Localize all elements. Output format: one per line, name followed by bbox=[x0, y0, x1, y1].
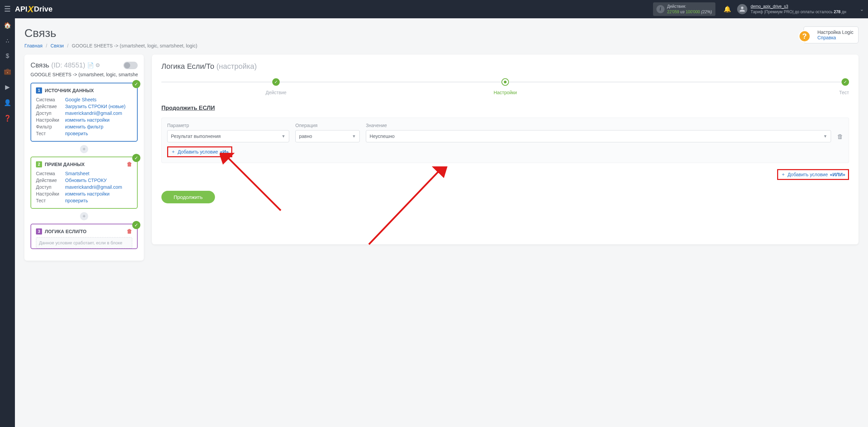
nav-help-icon[interactable]: ❓ bbox=[4, 115, 11, 122]
source-system-link[interactable]: Google Sheets bbox=[65, 97, 97, 102]
step-action-label: Действие bbox=[265, 90, 287, 95]
chevron-down-icon: ▼ bbox=[352, 134, 356, 139]
top-bar: ☰ API X Drive i Действия: 22'059 из 100'… bbox=[0, 0, 868, 18]
tariff-info: Тариф |Премиум PRO| до оплаты осталось 2… bbox=[751, 9, 846, 15]
col-value-label: Значение bbox=[366, 123, 831, 128]
source-title: ИСТОЧНИК ДАННЫХ bbox=[45, 88, 94, 93]
actions-value: 22'059 из 100'000 (22%) bbox=[667, 9, 712, 15]
step-number-2: 2 bbox=[36, 161, 42, 167]
chevron-down-icon: ⌄ bbox=[860, 6, 864, 12]
breadcrumb: Главная / Связи / GOOGLE SHEETS -> (smar… bbox=[24, 43, 197, 48]
source-access-link[interactable]: maverickandrii@gmail.com bbox=[65, 110, 122, 116]
check-icon: ✓ bbox=[132, 80, 140, 88]
operation-select[interactable]: равно▼ bbox=[295, 130, 360, 142]
nav-home-icon[interactable]: 🏠 bbox=[4, 22, 11, 29]
dest-access-link[interactable]: maverickandrii@gmail.com bbox=[65, 184, 122, 190]
dest-test-link[interactable]: проверить bbox=[65, 198, 88, 203]
step-test-icon[interactable]: ✓ bbox=[842, 78, 849, 86]
help-title: Настройка Logic bbox=[817, 29, 853, 35]
svg-line-0 bbox=[226, 156, 281, 210]
chevron-down-icon: ▼ bbox=[823, 134, 827, 139]
delete-row-icon[interactable]: 🗑 bbox=[837, 133, 843, 140]
nav-briefcase-icon[interactable]: 💼 bbox=[4, 68, 11, 75]
bell-icon[interactable]: 🔔 bbox=[724, 5, 731, 13]
step-number-3: 3 bbox=[36, 228, 42, 235]
svg-line-1 bbox=[369, 170, 440, 244]
destination-title: ПРИЕМ ДАННЫХ bbox=[45, 162, 85, 167]
source-settings-link[interactable]: изменить настройки bbox=[65, 117, 110, 123]
stepper: ✓ Действие Настройки ✓ Тест bbox=[161, 78, 849, 95]
add-step-button[interactable]: + bbox=[80, 145, 88, 153]
dest-settings-link[interactable]: изменить настройки bbox=[65, 191, 110, 197]
logo[interactable]: API X Drive bbox=[15, 4, 53, 15]
check-icon: ✓ bbox=[132, 221, 140, 229]
step-test-label: Тест bbox=[839, 90, 849, 95]
main-title: Логика Если/То (настройка) bbox=[161, 62, 849, 71]
actions-counter[interactable]: i Действия: 22'059 из 100'000 (22%) bbox=[653, 2, 715, 16]
nav-video-icon[interactable]: ▶ bbox=[5, 83, 10, 91]
help-question-icon[interactable]: ? bbox=[798, 30, 811, 42]
connection-toggle[interactable] bbox=[123, 62, 138, 69]
logic-title: ЛОГИКА ЕСЛИ/ТО bbox=[45, 229, 86, 234]
avatar-icon bbox=[737, 4, 747, 14]
gear-icon[interactable]: ⚙ bbox=[95, 62, 100, 68]
page-title: Связь bbox=[24, 26, 197, 40]
copy-icon[interactable]: 📄 bbox=[87, 62, 94, 68]
connection-id: (ID: 48551) bbox=[51, 61, 85, 69]
source-card: ✓ 1 ИСТОЧНИК ДАННЫХ СистемаGoogle Sheets… bbox=[31, 83, 138, 142]
nav-connections-icon[interactable]: ⛬ bbox=[4, 37, 11, 44]
plus-icon: ＋ bbox=[781, 171, 786, 178]
col-oper-label: Операция bbox=[295, 123, 360, 128]
help-box: ? Настройка Logic Справка bbox=[804, 26, 859, 43]
chevron-down-icon: ▼ bbox=[281, 134, 285, 139]
value-select[interactable]: Неуспешно▼ bbox=[366, 130, 831, 142]
help-link[interactable]: Справка bbox=[817, 35, 853, 40]
param-select[interactable]: Результат выполнения▼ bbox=[167, 130, 289, 142]
nav-account-icon[interactable]: 👤 bbox=[4, 99, 11, 106]
connection-sidebar: Связь (ID: 48551) 📄 ⚙ GOOGLE SHEETS -> (… bbox=[24, 55, 144, 261]
source-action-link[interactable]: Загрузить СТРОКИ (новые) bbox=[65, 104, 125, 109]
nav-billing-icon[interactable]: $ bbox=[6, 53, 9, 60]
actions-label: Действия: bbox=[667, 4, 712, 9]
check-icon: ✓ bbox=[132, 154, 140, 162]
dest-system-link[interactable]: Smartsheet bbox=[65, 171, 90, 176]
breadcrumb-links[interactable]: Связи bbox=[51, 43, 64, 48]
add-and-condition-button[interactable]: ＋Добавить условие «И» bbox=[167, 146, 232, 157]
step-action-icon[interactable]: ✓ bbox=[272, 78, 280, 86]
filter-block: Параметр Результат выполнения▼ Операция … bbox=[161, 118, 849, 163]
user-menu[interactable]: demo_apix_drive_s3 Тариф |Премиум PRO| д… bbox=[737, 4, 864, 15]
logo-drive: Drive bbox=[34, 5, 53, 14]
step-settings-label: Настройки bbox=[494, 90, 517, 95]
logo-x: X bbox=[28, 4, 34, 15]
main-panel: Логика Если/То (настройка) ✓ Действие На… bbox=[152, 55, 859, 244]
info-icon: i bbox=[656, 5, 665, 13]
connection-name: GOOGLE SHEETS -> (smartsheet, logic, sma… bbox=[31, 72, 138, 77]
trash-icon[interactable]: 🗑 bbox=[127, 228, 132, 235]
add-or-condition-button[interactable]: ＋Добавить условие «ИЛИ» bbox=[777, 169, 849, 180]
breadcrumb-current: GOOGLE SHEETS -> (smartsheet, logic, sma… bbox=[72, 43, 197, 48]
logo-api: API bbox=[15, 5, 27, 14]
section-continue-if: Продолжить ЕСЛИ bbox=[161, 105, 849, 111]
username: demo_apix_drive_s3 bbox=[751, 4, 846, 9]
step-settings-icon[interactable] bbox=[501, 78, 509, 86]
plus-icon: ＋ bbox=[171, 149, 176, 155]
breadcrumb-home[interactable]: Главная bbox=[24, 43, 42, 48]
dest-action-link[interactable]: Обновить СТРОКУ bbox=[65, 178, 107, 183]
left-nav: 🏠 ⛬ $ 💼 ▶ 👤 ❓ bbox=[0, 18, 15, 269]
trash-icon[interactable]: 🗑 bbox=[127, 161, 132, 167]
logic-description: Данное условие сработает, если в блоке bbox=[36, 237, 132, 248]
continue-button[interactable]: Продолжить bbox=[161, 191, 215, 203]
logic-card: ✓ 3 ЛОГИКА ЕСЛИ/ТО 🗑 Данное условие сраб… bbox=[31, 224, 138, 249]
step-number-1: 1 bbox=[36, 87, 42, 94]
col-param-label: Параметр bbox=[167, 123, 289, 128]
add-step-button[interactable]: + bbox=[80, 212, 88, 220]
source-test-link[interactable]: проверить bbox=[65, 131, 88, 136]
destination-card: ✓ 2 ПРИЕМ ДАННЫХ 🗑 СистемаSmartsheet Дей… bbox=[31, 157, 138, 209]
menu-icon[interactable]: ☰ bbox=[4, 5, 11, 14]
source-filter-link[interactable]: изменить фильтр bbox=[65, 124, 103, 129]
sidebar-title: Связь bbox=[31, 61, 49, 69]
